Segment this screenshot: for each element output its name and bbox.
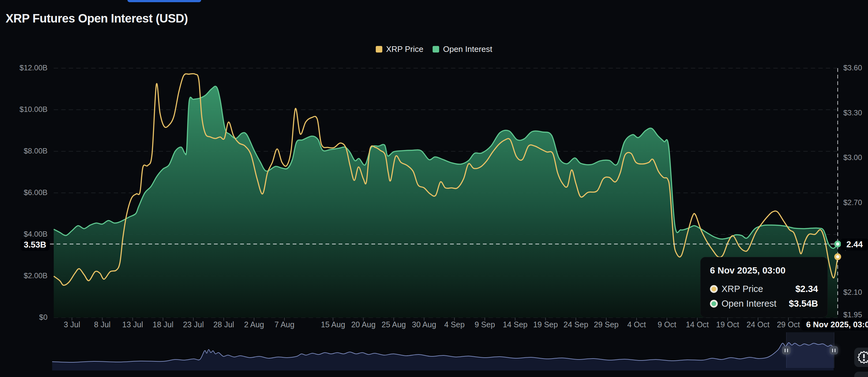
- tooltip-value: $2.34: [795, 284, 818, 294]
- alert-settings-button[interactable]: [854, 348, 868, 367]
- range-navigator[interactable]: [0, 0, 868, 377]
- tooltip-row-xrp-price: XRP Price $2.34: [710, 284, 818, 294]
- xrp-price-dot-icon: [710, 285, 718, 293]
- chart-tooltip: 6 Nov 2025, 03:00 XRP Price $2.34 Open I…: [700, 257, 828, 318]
- open-interest-dot-icon: [710, 300, 718, 308]
- tooltip-date: 6 Nov 2025, 03:00: [710, 265, 818, 276]
- tooltip-label: XRP Price: [721, 284, 763, 294]
- navigator-left-handle[interactable]: [782, 346, 790, 354]
- crosshair-date-label: 6 Nov 2025, 03:00: [801, 319, 868, 330]
- tooltip-label: Open Interest: [721, 298, 776, 309]
- seal-exclamation-icon: [857, 350, 868, 365]
- navigator-area: [52, 343, 834, 371]
- secondary-tool-button[interactable]: [854, 372, 868, 377]
- navigator-right-handle[interactable]: [830, 346, 838, 354]
- tooltip-row-open-interest: Open Interest $3.54B: [710, 298, 818, 309]
- tooltip-value: $3.54B: [789, 298, 818, 309]
- chart-page: XRP Futures Open Interest (USD) XRP Pric…: [0, 0, 868, 377]
- crosshair-price-label: 2.44: [841, 238, 868, 251]
- navigator-selected-range[interactable]: [786, 332, 834, 368]
